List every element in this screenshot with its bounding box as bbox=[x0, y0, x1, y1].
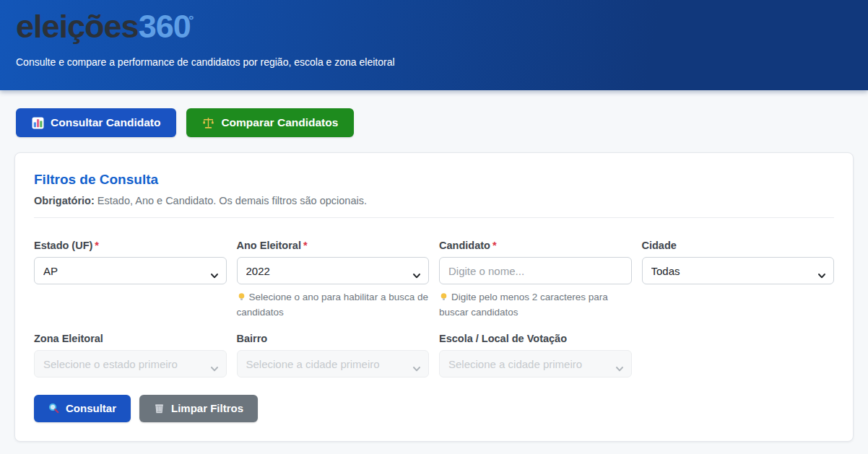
ano-select[interactable]: 2022 bbox=[237, 257, 430, 284]
field-escola: Escola / Local de Votação Selecione a ci… bbox=[439, 333, 632, 377]
app-header: eleições360° Consulte e compare a perfor… bbox=[0, 0, 868, 90]
logo-text-primary: eleições bbox=[16, 8, 139, 45]
bar-chart-icon bbox=[32, 117, 44, 129]
compare-candidates-button[interactable]: Comparar Candidatos bbox=[186, 108, 354, 137]
zona-label: Zona Eleitoral bbox=[34, 333, 227, 344]
card-divider bbox=[34, 217, 834, 218]
field-bairro: Bairro Selecione a cidade primeiro bbox=[237, 333, 430, 377]
field-ano: Ano Eleitoral* 2022 Selecione o ano para… bbox=[237, 240, 430, 333]
header-subtitle: Consulte e compare a performance de cand… bbox=[16, 56, 851, 68]
required-note-text: Estado, Ano e Candidato. Os demais filtr… bbox=[95, 195, 367, 206]
ano-hint: Selecione o ano para habilitar a busca d… bbox=[237, 290, 430, 320]
consultar-label: Consultar bbox=[66, 401, 116, 416]
candidato-hint: Digite pelo menos 2 caracteres para busc… bbox=[439, 290, 632, 320]
estado-label: Estado (UF)* bbox=[34, 240, 227, 251]
mode-button-row: Consultar Candidato Comparar Candidatos bbox=[16, 108, 868, 137]
bairro-select: Selecione a cidade primeiro bbox=[237, 350, 430, 377]
estado-select[interactable]: AP bbox=[34, 257, 227, 284]
search-icon bbox=[48, 403, 59, 414]
logo-degree-symbol: ° bbox=[188, 12, 194, 27]
empty-grid-cell bbox=[642, 333, 835, 377]
escola-label: Escola / Local de Votação bbox=[439, 333, 632, 344]
actions-row: Consultar Limpar Filtros bbox=[34, 395, 834, 422]
field-zona: Zona Eleitoral Selecione o estado primei… bbox=[34, 333, 227, 377]
escola-select: Selecione a cidade primeiro bbox=[439, 350, 632, 377]
limpar-filtros-label: Limpar Filtros bbox=[171, 401, 243, 416]
lightbulb-icon bbox=[237, 292, 249, 302]
logo-text-accent: 360 bbox=[139, 8, 191, 45]
compare-candidates-label: Comparar Candidatos bbox=[221, 115, 338, 130]
zona-select: Selecione o estado primeiro bbox=[34, 350, 227, 377]
cidade-select[interactable]: Todas bbox=[642, 257, 835, 284]
filter-grid: Estado (UF)* AP Ano Eleitoral* 2022 bbox=[34, 240, 834, 377]
consult-candidate-button[interactable]: Consultar Candidato bbox=[16, 108, 176, 137]
filters-card-title: Filtros de Consulta bbox=[34, 172, 834, 188]
trash-icon bbox=[154, 403, 165, 414]
required-asterisk: * bbox=[95, 240, 99, 251]
required-asterisk: * bbox=[303, 240, 308, 251]
filters-required-note: Obrigatório: Estado, Ano e Candidato. Os… bbox=[34, 195, 834, 206]
field-candidato: Candidato* Digite pelo menos 2 caractere… bbox=[439, 240, 632, 333]
lightbulb-icon bbox=[439, 292, 451, 302]
field-estado: Estado (UF)* AP bbox=[34, 240, 227, 333]
cidade-label: Cidade bbox=[642, 240, 835, 251]
consultar-button[interactable]: Consultar bbox=[34, 395, 131, 422]
filters-card: Filtros de Consulta Obrigatório: Estado,… bbox=[14, 152, 854, 442]
app-logo: eleições360° bbox=[16, 9, 851, 45]
bairro-label: Bairro bbox=[237, 333, 430, 344]
required-asterisk: * bbox=[492, 240, 497, 251]
limpar-filtros-button[interactable]: Limpar Filtros bbox=[139, 395, 258, 422]
candidato-input[interactable] bbox=[439, 257, 632, 284]
scales-icon bbox=[202, 117, 214, 129]
required-note-prefix: Obrigatório: bbox=[34, 195, 95, 206]
field-cidade: Cidade Todas bbox=[642, 240, 835, 333]
ano-label: Ano Eleitoral* bbox=[237, 240, 430, 251]
candidato-label: Candidato* bbox=[439, 240, 632, 251]
consult-candidate-label: Consultar Candidato bbox=[51, 115, 160, 130]
